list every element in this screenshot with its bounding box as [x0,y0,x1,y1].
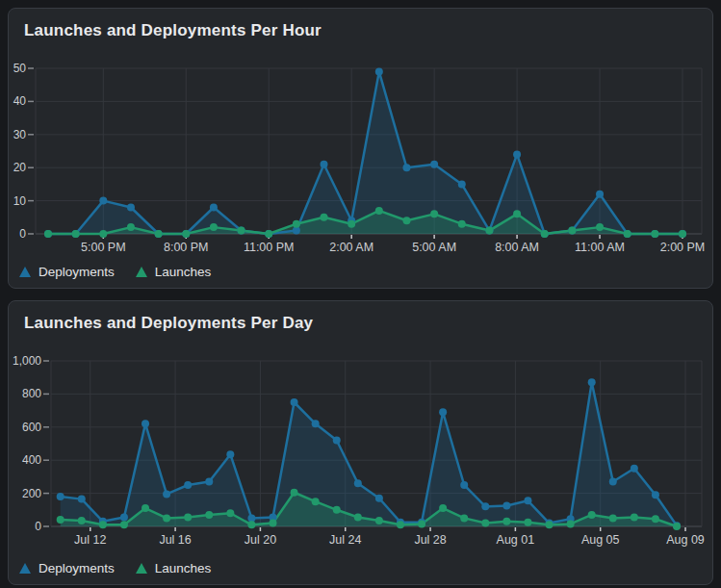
dot-deployments-21[interactable] [502,502,510,510]
dot-launches-22[interactable] [524,519,531,526]
dot-deployments-11[interactable] [291,398,298,406]
dot-launches-10[interactable] [321,214,328,221]
dot-launches-5[interactable] [163,514,170,522]
dot-launches-15[interactable] [458,220,466,228]
dot-deployments-9[interactable] [247,514,255,522]
dot-deployments-0[interactable] [57,493,64,500]
dot-launches-12[interactable] [375,207,383,215]
x-axis-label: Aug 09 [666,533,705,547]
dot-launches-27[interactable] [631,514,638,522]
dot-deployments-15[interactable] [375,495,383,502]
dot-launches-3[interactable] [120,521,128,528]
dot-launches-1[interactable] [78,517,86,524]
dot-deployments-28[interactable] [652,491,659,499]
dot-deployments-26[interactable] [609,478,617,486]
dot-launches-29[interactable] [673,523,681,530]
dot-deployments-12[interactable] [312,420,320,427]
dot-launches-12[interactable] [312,498,320,505]
dot-deployments-7[interactable] [205,478,213,486]
x-axis-label: 5:00 AM [412,241,456,254]
x-axis-label: Aug 05 [581,533,620,547]
legend-item-deployments[interactable]: Deployments [19,561,115,575]
y-axis-label: 30 [13,128,27,141]
dot-deployments-9[interactable] [293,227,300,235]
dot-launches-28[interactable] [652,515,659,523]
dot-launches-21[interactable] [624,230,631,238]
dot-launches-23[interactable] [679,230,686,238]
dot-launches-25[interactable] [588,511,596,519]
dot-launches-6[interactable] [184,514,192,522]
daily-chart[interactable]: 02004006008001,000Jul 12Jul 16Jul 20Jul … [9,347,712,553]
x-axis-label: 11:00 AM [575,241,625,254]
dot-launches-4[interactable] [155,230,163,238]
dot-launches-17[interactable] [418,520,425,527]
dot-launches-6[interactable] [210,223,218,231]
dot-launches-19[interactable] [568,227,576,235]
dot-deployments-13[interactable] [402,164,410,171]
dot-launches-17[interactable] [513,210,521,217]
dot-deployments-6[interactable] [210,203,218,211]
dot-deployments-25[interactable] [588,378,596,386]
dot-launches-5[interactable] [182,230,190,238]
dot-deployments-3[interactable] [120,514,128,522]
dot-deployments-6[interactable] [184,481,192,489]
dot-deployments-4[interactable] [142,420,149,427]
dot-launches-19[interactable] [460,514,468,522]
dot-launches-11[interactable] [291,489,298,497]
dot-launches-1[interactable] [72,230,80,238]
legend-item-deployments[interactable]: Deployments [19,265,115,279]
dot-launches-20[interactable] [481,520,489,527]
dot-deployments-19[interactable] [460,481,468,489]
dot-deployments-8[interactable] [226,450,234,458]
dot-launches-14[interactable] [430,210,438,217]
dot-deployments-14[interactable] [430,161,438,168]
dot-launches-26[interactable] [609,514,617,522]
dot-launches-7[interactable] [205,511,213,519]
dot-deployments-12[interactable] [375,67,383,75]
dot-launches-20[interactable] [596,223,604,231]
dot-launches-10[interactable] [270,520,277,527]
dot-launches-7[interactable] [238,227,245,235]
dot-launches-21[interactable] [502,518,510,525]
dot-launches-2[interactable] [99,521,107,528]
legend-item-launches[interactable]: Launches [136,561,212,575]
dot-launches-8[interactable] [226,509,234,517]
dot-launches-9[interactable] [247,521,255,528]
dot-deployments-10[interactable] [321,161,328,168]
dot-deployments-14[interactable] [354,479,362,487]
legend-item-launches[interactable]: Launches [136,265,212,279]
dot-deployments-1[interactable] [78,496,86,503]
dot-launches-13[interactable] [402,217,410,224]
dot-deployments-5[interactable] [163,490,170,498]
dot-deployments-2[interactable] [99,197,107,205]
dot-launches-0[interactable] [44,230,52,238]
dot-deployments-20[interactable] [596,191,604,198]
dot-deployments-3[interactable] [127,203,135,211]
dot-deployments-15[interactable] [458,180,466,188]
dot-deployments-22[interactable] [524,497,531,504]
dot-deployments-13[interactable] [333,437,341,445]
dot-launches-18[interactable] [541,230,549,238]
dot-launches-16[interactable] [485,227,493,235]
dot-deployments-27[interactable] [631,465,638,473]
x-axis-label: Jul 28 [414,533,446,547]
dot-launches-13[interactable] [333,506,341,514]
dot-launches-3[interactable] [127,223,135,231]
dot-launches-9[interactable] [293,220,300,228]
dot-launches-23[interactable] [546,521,554,528]
dot-launches-16[interactable] [397,521,404,528]
dot-launches-8[interactable] [265,230,272,238]
dot-launches-15[interactable] [375,517,383,524]
dot-deployments-20[interactable] [481,502,489,510]
dot-deployments-18[interactable] [439,408,447,416]
dot-launches-22[interactable] [651,230,658,238]
dot-deployments-17[interactable] [513,150,521,158]
dot-launches-14[interactable] [354,514,362,522]
dot-launches-24[interactable] [567,520,575,527]
dot-launches-11[interactable] [348,220,355,228]
dot-launches-0[interactable] [57,516,64,524]
dot-launches-2[interactable] [99,230,107,238]
dot-launches-4[interactable] [142,504,149,512]
dot-launches-18[interactable] [439,504,447,512]
hourly-chart[interactable]: 010203040505:00 PM8:00 PM11:00 PM2:00 AM… [9,55,712,261]
